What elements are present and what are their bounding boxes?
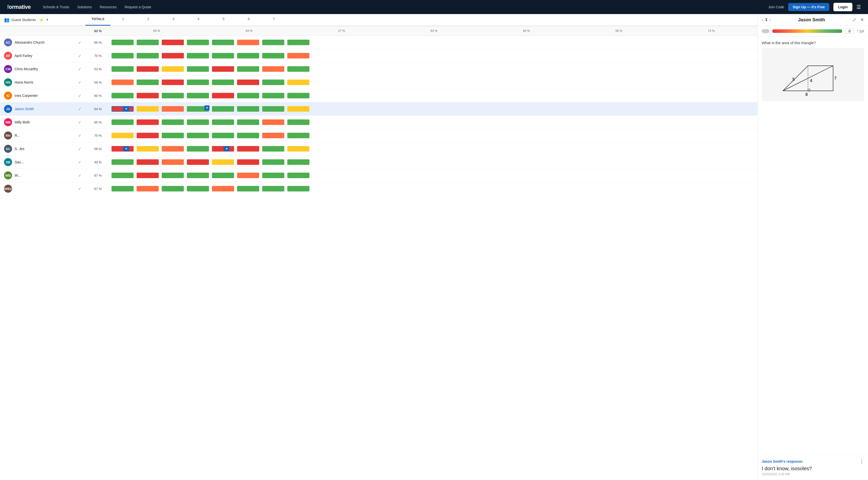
close-panel-icon[interactable]: ✕: [860, 17, 864, 23]
q-bar-cell[interactable]: [135, 91, 161, 100]
q-bar-cell[interactable]: [135, 131, 161, 140]
q-bar-cell[interactable]: [161, 158, 186, 166]
q-bar-cell[interactable]: [286, 158, 311, 166]
table-row[interactable]: CMChris Mccarthy✓53 %: [0, 63, 757, 76]
q-bar-cell[interactable]: [236, 144, 261, 153]
more-options-icon[interactable]: ⋮: [860, 459, 864, 464]
q-bar-cell[interactable]: [111, 65, 135, 73]
q-bar-cell[interactable]: [286, 171, 311, 180]
q-bar-cell[interactable]: [161, 184, 186, 193]
q-bar-cell[interactable]: [211, 184, 236, 193]
q-bar-cell[interactable]: [111, 158, 135, 166]
q-bar-cell[interactable]: [286, 65, 311, 73]
q-bar-cell[interactable]: [236, 105, 261, 113]
next-question-button[interactable]: ›: [769, 18, 771, 22]
q-bar-cell[interactable]: [261, 118, 286, 127]
q-bar-cell[interactable]: [161, 171, 186, 180]
q-bar-cell[interactable]: [111, 131, 135, 140]
score-input[interactable]: [845, 28, 854, 34]
q-bar-cell[interactable]: [161, 52, 186, 60]
join-code-button[interactable]: Join Code: [768, 5, 784, 9]
q-bar-cell[interactable]: [211, 158, 236, 166]
q-bar-cell[interactable]: [161, 38, 186, 47]
nav-resources[interactable]: Resources: [100, 5, 117, 9]
expand-icon[interactable]: ⤢: [852, 17, 856, 23]
score-toggle[interactable]: [762, 29, 769, 33]
q-bar-cell[interactable]: ⚑: [186, 105, 211, 113]
q-bar-cell[interactable]: [236, 52, 261, 60]
q-bar-cell[interactable]: [111, 184, 135, 193]
q-bar-cell[interactable]: [286, 52, 311, 60]
q-bar-cell[interactable]: [286, 118, 311, 127]
q-bar-cell[interactable]: ⚑: [111, 105, 135, 113]
q-bar-cell[interactable]: [186, 38, 211, 47]
table-row[interactable]: ACAlessandro Church✓66 %: [0, 36, 757, 49]
q-bar-cell[interactable]: [186, 184, 211, 193]
q-bar-cell[interactable]: [135, 158, 161, 166]
q-bar-cell[interactable]: [286, 105, 311, 113]
q-bar-cell[interactable]: [111, 171, 135, 180]
q-bar-cell[interactable]: [261, 78, 286, 87]
q-bar-cell[interactable]: [135, 52, 161, 60]
q-bar-cell[interactable]: [236, 91, 261, 100]
table-row[interactable]: HNHana Norris✓58 %: [0, 76, 757, 89]
table-row[interactable]: SBSau...✓49 %: [0, 156, 757, 169]
q-bar-cell[interactable]: [261, 131, 286, 140]
q-bar-cell[interactable]: [135, 105, 161, 113]
q-bar-cell[interactable]: [236, 158, 261, 166]
q-bar-cell[interactable]: [111, 91, 135, 100]
q-bar-cell[interactable]: [161, 65, 186, 73]
q-bar-cell[interactable]: [261, 184, 286, 193]
table-row[interactable]: RHR...✓70 %: [0, 129, 757, 142]
q-bar-cell[interactable]: [211, 131, 236, 140]
q-bar-cell[interactable]: [236, 38, 261, 47]
q-bar-cell[interactable]: [186, 65, 211, 73]
prev-question-button[interactable]: ‹: [762, 18, 763, 22]
table-row[interactable]: WBW...✓67 %: [0, 169, 757, 182]
q-bar-cell[interactable]: [186, 91, 211, 100]
table-row[interactable]: JSJason Smith✓64 %⚑⚑: [0, 102, 757, 116]
q-bar-cell[interactable]: [135, 118, 161, 127]
q-bar-cell[interactable]: [211, 52, 236, 60]
q-bar-cell[interactable]: [236, 78, 261, 87]
nav-schools[interactable]: Schools & Trusts: [43, 5, 69, 9]
q-bar-cell[interactable]: [135, 171, 161, 180]
q-bar-cell[interactable]: [261, 105, 286, 113]
q-bar-cell[interactable]: [161, 91, 186, 100]
q-bar-cell[interactable]: [211, 38, 236, 47]
table-row[interactable]: AFApril Farley✓70 %: [0, 49, 757, 63]
q-bar-cell[interactable]: [111, 38, 135, 47]
q-bar-cell[interactable]: [236, 171, 261, 180]
nav-solutions[interactable]: Solutions: [78, 5, 92, 9]
q-bar-cell[interactable]: [286, 144, 311, 153]
q-bar-cell[interactable]: [186, 131, 211, 140]
chevron-down-icon[interactable]: ▼: [46, 18, 49, 22]
q-bar-cell[interactable]: [211, 78, 236, 87]
q-bar-cell[interactable]: [261, 38, 286, 47]
signup-button[interactable]: Sign Up — it's Free: [788, 3, 829, 11]
nav-quote[interactable]: Request a Quote: [125, 5, 151, 9]
q-bar-cell[interactable]: ⚑: [111, 144, 135, 153]
q-bar-cell[interactable]: [261, 144, 286, 153]
table-row[interactable]: MBMilly Both✓65 %: [0, 116, 757, 129]
table-row[interactable]: ICInes Carpenter✓60 %: [0, 89, 757, 102]
q-bar-cell[interactable]: [161, 105, 186, 113]
q-bar-cell[interactable]: [111, 52, 135, 60]
q-bar-cell[interactable]: [186, 118, 211, 127]
q-bar-cell[interactable]: [186, 52, 211, 60]
q-bar-cell[interactable]: [286, 38, 311, 47]
q-bar-cell[interactable]: [236, 131, 261, 140]
q-bar-cell[interactable]: [261, 171, 286, 180]
q-bar-cell[interactable]: [186, 171, 211, 180]
q-bar-cell[interactable]: [211, 105, 236, 113]
q-bar-cell[interactable]: [261, 91, 286, 100]
q-bar-cell[interactable]: ⚑: [211, 144, 236, 153]
q-bar-cell[interactable]: [135, 144, 161, 153]
q-bar-cell[interactable]: [186, 144, 211, 153]
q-bar-cell[interactable]: [261, 52, 286, 60]
login-button[interactable]: Login: [833, 3, 852, 11]
q-bar-cell[interactable]: [286, 78, 311, 87]
q-bar-cell[interactable]: [286, 91, 311, 100]
q-bar-cell[interactable]: [186, 78, 211, 87]
q-bar-cell[interactable]: [211, 65, 236, 73]
